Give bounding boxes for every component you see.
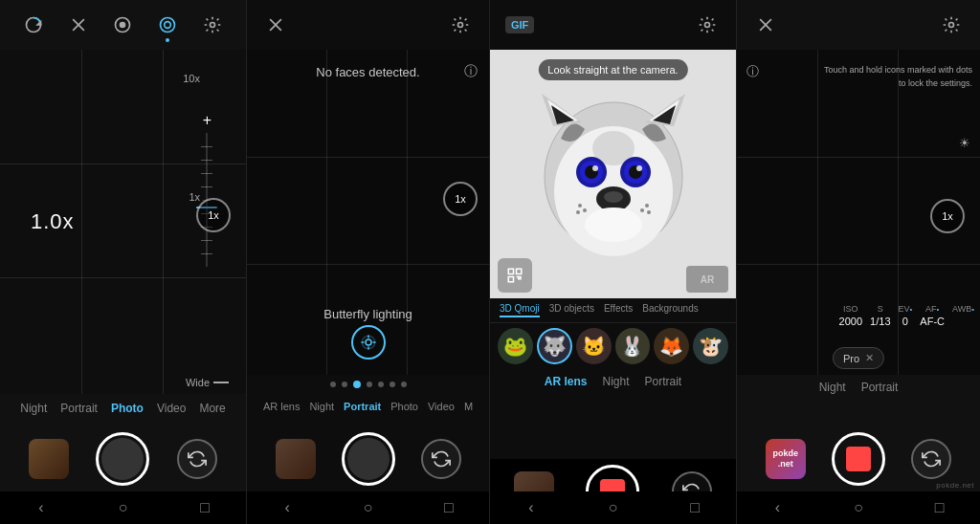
emoji-rabbit[interactable]: 🐰 [615, 328, 651, 364]
emoji-wolf[interactable]: 🐺 [537, 328, 572, 364]
settings-values: ISO 2000 S 1/13 EV• 0 AF• AF-C AWB• [839, 304, 974, 327]
panel1-toolbar [0, 0, 246, 50]
record-inner-p4 [846, 447, 871, 471]
info-icon-p4[interactable]: ⓘ [746, 63, 759, 80]
x-icon-p4[interactable] [752, 11, 779, 38]
tab-effects[interactable]: Effects [604, 303, 633, 317]
zoom-1x-button-p1[interactable]: 1x [196, 198, 231, 232]
zoom-value: 1.0x [31, 209, 75, 234]
ar-mode-btn[interactable]: AR [686, 266, 728, 293]
emoji-frog[interactable]: 🐸 [498, 328, 533, 364]
awb-label: AWB• [952, 304, 974, 314]
tab-portrait-p2[interactable]: Portrait [344, 401, 381, 412]
flip-camera-button-p1[interactable] [177, 439, 217, 479]
tab-photo-p2[interactable]: Photo [390, 401, 418, 412]
viewfinder-p1: 1.0x 10x + 1x Wide [0, 50, 246, 394]
home-nav-p2[interactable]: ○ [350, 491, 385, 524]
ev-value[interactable]: 0 [902, 316, 908, 327]
zoom-1x-btn-p4[interactable]: 1x [930, 199, 965, 233]
shutter-value[interactable]: 1/13 [870, 316, 890, 327]
zoom-slider[interactable]: + [203, 112, 212, 267]
butterfly-label: Butterfly lighting [323, 307, 412, 321]
flip-camera-btn-p4[interactable] [911, 439, 951, 479]
panel-1-camera: 1.0x 10x + 1x Wide [0, 0, 247, 524]
svg-rect-45 [508, 269, 513, 273]
butterfly-lighting-icon[interactable] [351, 325, 386, 360]
back-nav-p4[interactable]: ‹ [760, 491, 794, 524]
home-nav-p4[interactable]: ○ [841, 491, 876, 524]
svg-rect-46 [517, 269, 522, 273]
iso-value[interactable]: 2000 [839, 316, 862, 327]
svg-point-7 [165, 22, 171, 29]
zoom-max-label: 10x [183, 73, 200, 84]
recent-nav-p3[interactable]: □ [678, 491, 712, 524]
tab-photo-p1[interactable]: Photo [111, 402, 144, 415]
tab-portrait-p4[interactable]: Portrait [861, 381, 899, 394]
ar-tooltip: Look straight at the camera. [538, 59, 687, 80]
ar-scan-icon[interactable] [498, 258, 532, 293]
flip-camera-btn-p2[interactable] [421, 439, 461, 479]
gif-button[interactable]: GIF [505, 16, 534, 33]
ar-viewfinder: Look straight at the camera. [490, 50, 736, 298]
svg-point-6 [161, 18, 175, 33]
pokde-thumbnail[interactable]: pokde.net [766, 439, 806, 479]
dot-active-p2 [353, 381, 361, 388]
tab-night-p4[interactable]: Night [819, 381, 846, 394]
svg-marker-1 [37, 22, 40, 25]
sun-icon-p4[interactable]: ☀ [959, 136, 970, 150]
tab-night-p2[interactable]: Night [309, 401, 334, 412]
gear-icon-p4[interactable] [938, 11, 965, 38]
gear-icon-p1[interactable] [199, 11, 226, 38]
thumbnail-p1[interactable] [29, 439, 69, 479]
recent-nav-p1[interactable]: □ [188, 491, 222, 524]
tab-arlens-p2[interactable]: AR lens [263, 401, 301, 412]
emoji-cat[interactable]: 🐱 [576, 328, 612, 364]
tab-more-p1[interactable]: More [199, 402, 225, 415]
shutter-button-p1[interactable] [96, 432, 149, 486]
viewfinder-p4: Touch and hold icons marked with dotsto … [737, 50, 980, 375]
zoom-min-label: 1x [189, 191, 200, 203]
af-value[interactable]: AF-C [920, 316, 945, 327]
back-nav-p2[interactable]: ‹ [270, 491, 304, 524]
tab-video-p2[interactable]: Video [428, 401, 455, 412]
settings-active-icon[interactable] [154, 11, 181, 38]
recent-nav-p2[interactable]: □ [432, 491, 466, 524]
video-record-btn-p4[interactable] [832, 432, 885, 486]
home-nav-p1[interactable]: ○ [105, 491, 140, 524]
tab-3d-objects[interactable]: 3D objects [549, 303, 594, 317]
rotate-icon[interactable] [20, 11, 47, 38]
emoji-fox[interactable]: 🦊 [654, 328, 689, 364]
tab-portrait-p3[interactable]: Portrait [645, 375, 682, 388]
back-nav-p3[interactable]: ‹ [514, 491, 548, 524]
tab-m-p2[interactable]: M [464, 401, 473, 412]
shutter-button-p2[interactable] [342, 432, 395, 486]
svg-point-42 [640, 208, 644, 212]
zoom-1x-btn-p2[interactable]: 1x [443, 182, 478, 216]
tab-portrait-p1[interactable]: Portrait [60, 402, 98, 415]
home-nav-p3[interactable]: ○ [595, 491, 630, 524]
pro-close-btn[interactable]: ✕ [865, 352, 874, 364]
info-icon-p2[interactable]: ⓘ [464, 63, 478, 80]
ar-category-tabs: 3D Qmoji 3D objects Effects Backgrounds [490, 298, 736, 323]
gear-icon-p3[interactable] [694, 11, 721, 38]
af-label: AF• [925, 304, 939, 314]
tab-backgrounds[interactable]: Backgrounds [642, 303, 698, 317]
cross-icon[interactable] [65, 11, 92, 38]
tab-video-p1[interactable]: Video [157, 402, 186, 415]
flash-x-icon-p2[interactable] [262, 11, 289, 38]
emoji-cow[interactable]: 🐮 [693, 328, 728, 364]
circle-dot-icon[interactable] [109, 11, 136, 38]
tab-arlens-p3[interactable]: AR lens [545, 375, 588, 388]
back-nav-p1[interactable]: ‹ [24, 491, 58, 524]
recent-nav-p4[interactable]: □ [923, 491, 957, 524]
svg-point-12 [366, 339, 371, 345]
tab-night-p1[interactable]: Night [20, 402, 47, 415]
wide-label: Wide [186, 377, 229, 388]
tab-night-p3[interactable]: Night [602, 375, 629, 388]
tab-3d-qmoji[interactable]: 3D Qmoji [500, 303, 540, 317]
dot-2-p2 [342, 382, 347, 387]
viewfinder-p2: No faces detected. ⓘ Butterfly lighting … [247, 50, 489, 375]
gear-icon-p2[interactable] [447, 11, 474, 38]
dot-5-p2 [390, 382, 395, 387]
thumbnail-p2[interactable] [276, 439, 316, 479]
